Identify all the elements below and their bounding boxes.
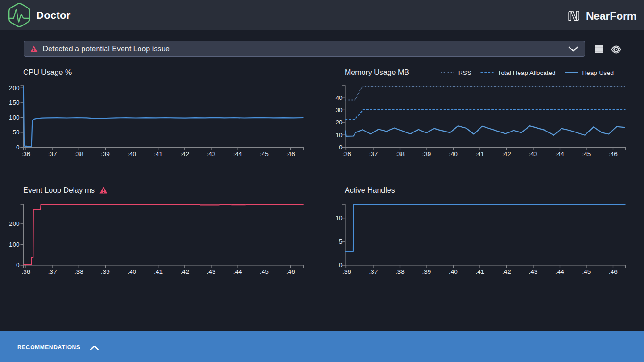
svg-text:150: 150 xyxy=(9,99,20,106)
svg-text::42: :42 xyxy=(502,268,511,275)
svg-text::41: :41 xyxy=(476,268,485,275)
svg-text::45: :45 xyxy=(582,150,591,157)
svg-text::36: :36 xyxy=(342,268,351,275)
svg-text::46: :46 xyxy=(286,268,295,275)
svg-text::41: :41 xyxy=(476,150,485,157)
svg-text:30: 30 xyxy=(335,107,342,114)
svg-text::46: :46 xyxy=(609,268,618,275)
svg-text::42: :42 xyxy=(180,150,189,157)
svg-text::40: :40 xyxy=(449,268,458,275)
svg-text::43: :43 xyxy=(207,268,216,275)
svg-text:20: 20 xyxy=(335,119,342,126)
svg-text:Memory Usage MB: Memory Usage MB xyxy=(345,68,409,76)
svg-text:10: 10 xyxy=(335,132,342,139)
svg-text:10: 10 xyxy=(335,214,342,222)
svg-text:40: 40 xyxy=(335,94,342,101)
svg-text::39: :39 xyxy=(101,268,110,275)
svg-text::40: :40 xyxy=(127,268,136,275)
svg-text:200: 200 xyxy=(9,84,20,91)
svg-text::38: :38 xyxy=(396,150,405,157)
svg-text::39: :39 xyxy=(422,150,431,157)
svg-text::44: :44 xyxy=(233,150,242,157)
svg-text::36: :36 xyxy=(342,150,351,157)
svg-text::46: :46 xyxy=(286,150,295,157)
svg-text::44: :44 xyxy=(555,150,564,157)
svg-text:Event Loop Delay ms: Event Loop Delay ms xyxy=(23,186,95,194)
svg-text::42: :42 xyxy=(180,268,189,275)
svg-text:5: 5 xyxy=(339,238,343,245)
svg-text::42: :42 xyxy=(502,150,511,157)
svg-text::39: :39 xyxy=(101,150,110,157)
svg-text::41: :41 xyxy=(154,150,163,157)
svg-text:0: 0 xyxy=(16,144,20,151)
svg-text::38: :38 xyxy=(74,150,83,157)
svg-text::36: :36 xyxy=(22,150,31,157)
svg-text::37: :37 xyxy=(369,268,378,275)
svg-text::45: :45 xyxy=(582,268,591,275)
svg-text::38: :38 xyxy=(396,268,405,275)
svg-text::40: :40 xyxy=(127,150,136,157)
svg-text::40: :40 xyxy=(449,150,458,157)
svg-text:Total Heap Allocated: Total Heap Allocated xyxy=(498,69,556,76)
svg-text::38: :38 xyxy=(74,268,83,275)
svg-text:CPU Usage %: CPU Usage % xyxy=(23,68,72,76)
svg-text::45: :45 xyxy=(260,150,269,157)
svg-text:100: 100 xyxy=(9,114,20,121)
svg-text::46: :46 xyxy=(609,150,618,157)
svg-text::39: :39 xyxy=(422,268,431,275)
svg-text:Heap Used: Heap Used xyxy=(582,69,614,76)
svg-text::36: :36 xyxy=(22,268,31,275)
svg-text::37: :37 xyxy=(48,150,57,157)
svg-text:RSS: RSS xyxy=(458,69,471,76)
svg-text:0: 0 xyxy=(16,262,20,269)
svg-text::37: :37 xyxy=(48,268,57,275)
svg-text::44: :44 xyxy=(555,268,564,275)
svg-text::43: :43 xyxy=(529,150,538,157)
svg-text:100: 100 xyxy=(9,241,20,248)
svg-text:Active Handles: Active Handles xyxy=(345,186,395,194)
svg-text::45: :45 xyxy=(260,268,269,275)
svg-text:50: 50 xyxy=(12,129,19,136)
svg-text::37: :37 xyxy=(369,150,378,157)
svg-text::43: :43 xyxy=(529,268,538,275)
svg-text::44: :44 xyxy=(233,268,242,275)
svg-text::41: :41 xyxy=(154,268,163,275)
svg-text::43: :43 xyxy=(207,150,216,157)
svg-text:200: 200 xyxy=(9,220,20,227)
